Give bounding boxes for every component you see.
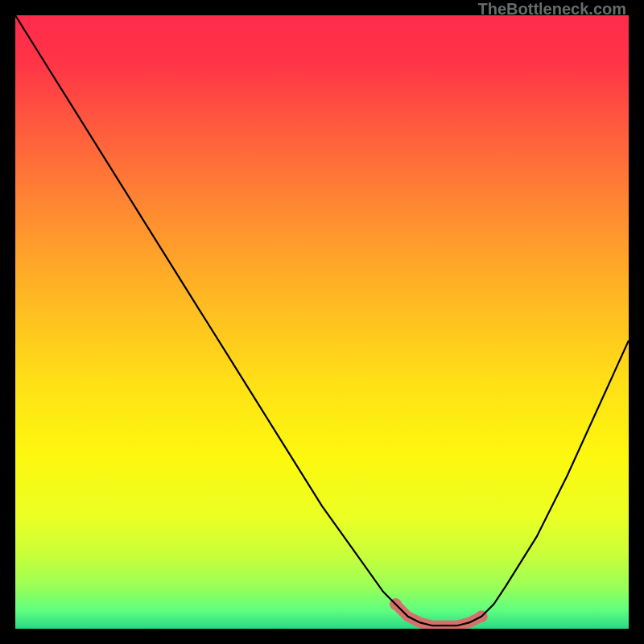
chart-svg <box>15 15 629 629</box>
chart-frame <box>15 15 629 629</box>
watermark-text: TheBottleneck.com <box>478 0 626 19</box>
